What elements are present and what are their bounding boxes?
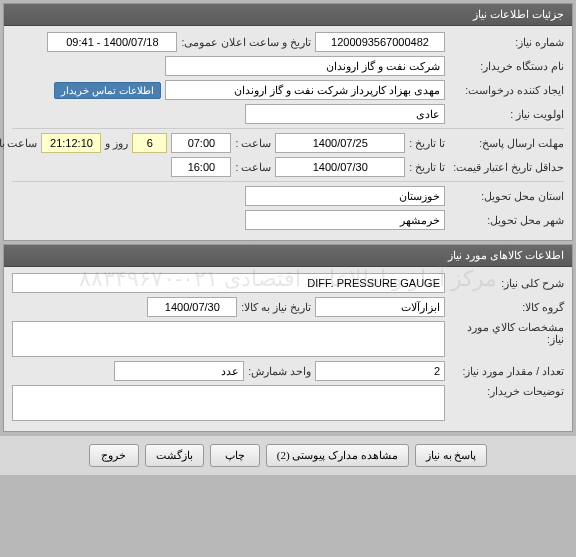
buyer-note-label: توضیحات خریدار: xyxy=(449,385,564,397)
contact-buyer-button[interactable]: اطلاعات تماس خریدار xyxy=(54,82,161,99)
attachments-button[interactable]: مشاهده مدارک پیوستی (2) xyxy=(266,444,409,467)
panel2-title: اطلاعات کالاهای مورد نیاز xyxy=(4,245,572,267)
till-date-label-2: تا تاریخ : xyxy=(409,161,445,173)
unit-field[interactable] xyxy=(114,361,244,381)
group-field[interactable] xyxy=(315,297,445,317)
remain-label: ساعت باقی مانده xyxy=(0,137,37,149)
days-label: روز و xyxy=(105,137,128,149)
desc-label: شرح کلی نیاز: xyxy=(449,277,564,289)
exit-button[interactable]: خروج xyxy=(89,444,139,467)
spec-textarea[interactable] xyxy=(12,321,445,357)
panel1-title: جزئیات اطلاعات نیاز xyxy=(4,4,572,26)
group-label: گروه کالا: xyxy=(449,301,564,313)
validity-label: حداقل تاریخ اعتبار قیمت: xyxy=(449,161,564,173)
qty-label: تعداد / مقدار مورد نیاز: xyxy=(449,365,564,377)
till-date-label: تا تاریخ : xyxy=(409,137,445,149)
need-number-label: شماره نیاز: xyxy=(449,36,564,48)
goods-info-panel: اطلاعات کالاهای مورد نیاز شرح کلی نیاز: … xyxy=(3,244,573,432)
creator-field[interactable] xyxy=(165,80,445,100)
province-field[interactable] xyxy=(245,186,445,206)
deadline-time-field[interactable] xyxy=(171,133,231,153)
validity-time-field[interactable] xyxy=(171,157,231,177)
panel2-body: شرح کلی نیاز: گروه کالا: تاریخ نیاز به ک… xyxy=(4,267,572,431)
city-label: شهر محل تحویل: xyxy=(449,214,564,226)
buyer-note-textarea[interactable] xyxy=(12,385,445,421)
province-label: استان محل تحویل: xyxy=(449,190,564,202)
validity-date-field[interactable] xyxy=(275,157,405,177)
priority-field[interactable] xyxy=(245,104,445,124)
buyer-label: نام دستگاه خریدار: xyxy=(449,60,564,72)
time-label-2: ساعت : xyxy=(235,161,271,173)
deadline-label: مهلت ارسال پاسخ: xyxy=(449,137,564,149)
city-field[interactable] xyxy=(245,210,445,230)
need-details-panel: جزئیات اطلاعات نیاز شماره نیاز: تاریخ و … xyxy=(3,3,573,241)
time-remaining-field xyxy=(41,133,101,153)
deadline-date-field[interactable] xyxy=(275,133,405,153)
qty-field[interactable] xyxy=(315,361,445,381)
need-number-field[interactable] xyxy=(315,32,445,52)
need-date-field[interactable] xyxy=(147,297,237,317)
respond-button[interactable]: پاسخ به نیاز xyxy=(415,444,488,467)
need-date-label: تاریخ نیاز به کالا: xyxy=(241,301,311,313)
desc-field[interactable] xyxy=(12,273,445,293)
announce-label: تاریخ و ساعت اعلان عمومی: xyxy=(181,36,311,48)
creator-label: ایجاد کننده درخواست: xyxy=(449,84,564,96)
announce-field[interactable] xyxy=(47,32,177,52)
buyer-field[interactable] xyxy=(165,56,445,76)
print-button[interactable]: چاپ xyxy=(210,444,260,467)
unit-label: واحد شمارش: xyxy=(248,365,311,377)
time-label-1: ساعت : xyxy=(235,137,271,149)
panel1-body: شماره نیاز: تاریخ و ساعت اعلان عمومی: نا… xyxy=(4,26,572,240)
spec-label: مشخصات كالاي مورد نیاز: xyxy=(449,321,564,345)
days-remaining-field xyxy=(132,133,167,153)
priority-label: اولویت نیاز : xyxy=(449,108,564,120)
footer-toolbar: پاسخ به نیاز مشاهده مدارک پیوستی (2) چاپ… xyxy=(0,435,576,475)
back-button[interactable]: بازگشت xyxy=(145,444,204,467)
